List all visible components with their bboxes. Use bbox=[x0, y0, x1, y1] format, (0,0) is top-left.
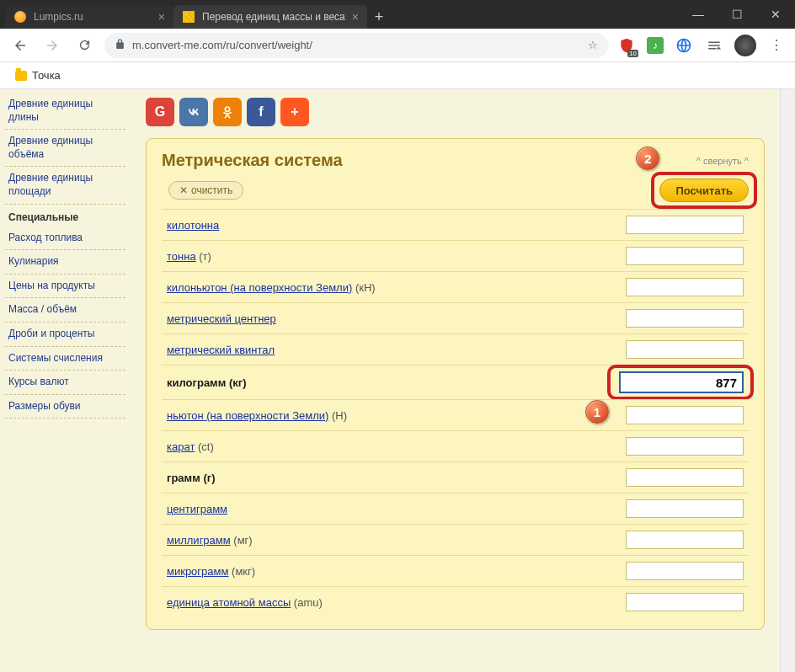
unit-input[interactable] bbox=[626, 562, 744, 580]
page-content: Древние единицы длины Древние единицы об… bbox=[0, 89, 795, 672]
lock-icon bbox=[115, 39, 125, 52]
unit-input[interactable] bbox=[626, 531, 744, 549]
unit-label[interactable]: килоньютон (на поверхности Земли) (кН) bbox=[167, 281, 616, 294]
unit-row: метрический центнер bbox=[162, 302, 749, 333]
sidebar: Древние единицы длины Древние единицы об… bbox=[0, 89, 131, 672]
unit-label[interactable]: единица атомной массы (amu) bbox=[167, 596, 616, 609]
unit-row: метрический квинтал bbox=[162, 333, 749, 365]
share-vk-button[interactable] bbox=[179, 98, 208, 126]
unit-input[interactable] bbox=[619, 371, 744, 393]
reload-button[interactable] bbox=[72, 34, 96, 57]
menu-button[interactable]: ⋮ bbox=[766, 35, 787, 56]
forward-button[interactable] bbox=[40, 34, 64, 57]
share-more-button[interactable]: + bbox=[280, 98, 309, 126]
svg-point-1 bbox=[225, 107, 229, 111]
collapse-link[interactable]: ^ свернуть ^ bbox=[696, 156, 749, 166]
panel-title: Метрическая система bbox=[162, 151, 343, 170]
back-button[interactable] bbox=[8, 34, 32, 57]
unit-label[interactable]: метрический центнер bbox=[167, 312, 616, 325]
unit-label[interactable]: центиграмм bbox=[167, 503, 616, 515]
profile-avatar[interactable] bbox=[734, 35, 756, 56]
close-window-button[interactable]: ✕ bbox=[756, 0, 795, 29]
tab-lumpics[interactable]: Lumpics.ru × bbox=[5, 5, 173, 29]
sidebar-item-ancient-area[interactable]: Древние единицы площади bbox=[5, 167, 125, 204]
sidebar-item-currency[interactable]: Курсы валют bbox=[5, 371, 125, 395]
extension-music-icon[interactable]: ♪ bbox=[647, 37, 664, 54]
unit-input[interactable] bbox=[626, 278, 744, 296]
unit-input[interactable] bbox=[626, 499, 744, 518]
unit-row: миллиграмм (мг) bbox=[162, 524, 749, 555]
sidebar-item-numeral[interactable]: Системы счисления bbox=[5, 347, 125, 371]
unit-input[interactable] bbox=[626, 406, 744, 424]
favicon-lumpics bbox=[13, 10, 27, 24]
address-bar[interactable]: m.convert-me.com/ru/convert/weight/ ☆ bbox=[104, 33, 608, 58]
close-icon[interactable]: × bbox=[352, 10, 359, 24]
unit-label[interactable]: грамм (г) bbox=[167, 472, 616, 484]
unit-row: килоньютон (на поверхности Земли) (кН) bbox=[162, 271, 749, 302]
tab-title: Lumpics.ru bbox=[34, 11, 152, 23]
share-google-button[interactable]: G bbox=[146, 98, 174, 126]
share-ok-button[interactable] bbox=[213, 98, 242, 126]
unit-label[interactable]: карат (ct) bbox=[167, 440, 616, 453]
callout-1: 1 bbox=[585, 400, 609, 424]
unit-label[interactable]: килотонна bbox=[167, 219, 616, 232]
scrollbar[interactable] bbox=[780, 89, 795, 672]
unit-row: килограмм (кг)1 bbox=[162, 365, 749, 399]
metric-panel: Метрическая система ^ свернуть ^ ✕ очист… bbox=[146, 138, 765, 630]
new-tab-button[interactable]: + bbox=[367, 5, 391, 29]
unit-input[interactable] bbox=[626, 340, 744, 359]
arrow-left-icon bbox=[13, 38, 28, 53]
clear-button[interactable]: ✕ очистить bbox=[168, 181, 243, 200]
window-controls: — ☐ ✕ bbox=[679, 0, 795, 29]
folder-icon bbox=[15, 71, 27, 81]
unit-row: карат (ct) bbox=[162, 430, 749, 461]
sidebar-item-mass-volume[interactable]: Масса / объём bbox=[5, 298, 125, 323]
bookmark-tochka[interactable]: Точка bbox=[10, 66, 66, 85]
unit-label[interactable]: микрограмм (мкг) bbox=[167, 565, 616, 578]
maximize-button[interactable]: ☐ bbox=[718, 0, 756, 29]
unit-row: тонна (т) bbox=[162, 240, 749, 271]
unit-label[interactable]: килограмм (кг) bbox=[167, 376, 609, 389]
unit-row: микрограмм (мкг) bbox=[162, 555, 749, 586]
unit-input[interactable] bbox=[626, 437, 744, 456]
x-icon: ✕ bbox=[179, 184, 188, 196]
sidebar-item-shoe-size[interactable]: Размеры обуви bbox=[5, 395, 125, 419]
close-icon[interactable]: × bbox=[158, 10, 165, 24]
unit-row: грамм (г) bbox=[162, 461, 749, 493]
sidebar-item-fuel[interactable]: Расход топлива bbox=[5, 227, 125, 251]
main-content: G f + Метрическая система ^ свернуть ^ ✕ bbox=[131, 89, 780, 672]
share-fb-button[interactable]: f bbox=[247, 98, 275, 126]
unit-input[interactable] bbox=[626, 216, 744, 234]
bookmarks-bar: Точка bbox=[0, 62, 795, 89]
minimize-button[interactable]: — bbox=[679, 0, 718, 29]
tab-convertme[interactable]: 📏 Перевод единиц массы и веса × bbox=[173, 5, 367, 29]
unit-label[interactable]: ньютон (на поверхности Земли) (Н) bbox=[167, 409, 616, 422]
sidebar-heading-special: Специальные bbox=[5, 205, 125, 227]
calculate-button[interactable]: Посчитать bbox=[659, 179, 749, 202]
bookmark-label: Точка bbox=[32, 69, 61, 82]
sidebar-item-fractions[interactable]: Дроби и проценты bbox=[5, 323, 125, 347]
sidebar-item-ancient-length[interactable]: Древние единицы длины bbox=[5, 93, 125, 130]
unit-label[interactable]: метрический квинтал bbox=[167, 344, 616, 356]
reload-icon bbox=[77, 38, 92, 52]
extension-adblock-icon[interactable]: 10 bbox=[616, 35, 637, 56]
unit-label[interactable]: миллиграмм (мг) bbox=[167, 534, 616, 547]
arrow-right-icon bbox=[45, 38, 60, 53]
titlebar: Lumpics.ru × 📏 Перевод единиц массы и ве… bbox=[0, 0, 795, 29]
sidebar-item-prices[interactable]: Цены на продукты bbox=[5, 275, 125, 299]
unit-row: ньютон (на поверхности Земли) (Н) bbox=[162, 399, 749, 430]
sidebar-item-ancient-volume[interactable]: Древние единицы объёма bbox=[5, 130, 125, 167]
media-control-icon[interactable] bbox=[704, 35, 724, 56]
tab-title: Перевод единиц массы и веса bbox=[202, 11, 345, 23]
unit-label[interactable]: тонна (т) bbox=[167, 250, 616, 263]
unit-input[interactable] bbox=[626, 247, 744, 265]
star-icon[interactable]: ☆ bbox=[588, 39, 598, 51]
unit-input[interactable] bbox=[626, 468, 744, 487]
unit-input[interactable] bbox=[626, 593, 744, 611]
favicon-convertme: 📏 bbox=[182, 10, 195, 24]
unit-row: центиграмм bbox=[162, 493, 749, 524]
unit-row: единица атомной массы (amu) bbox=[162, 586, 749, 617]
unit-input[interactable] bbox=[626, 309, 744, 328]
extension-globe-icon[interactable] bbox=[674, 35, 694, 56]
sidebar-item-cooking[interactable]: Кулинария bbox=[5, 250, 125, 275]
